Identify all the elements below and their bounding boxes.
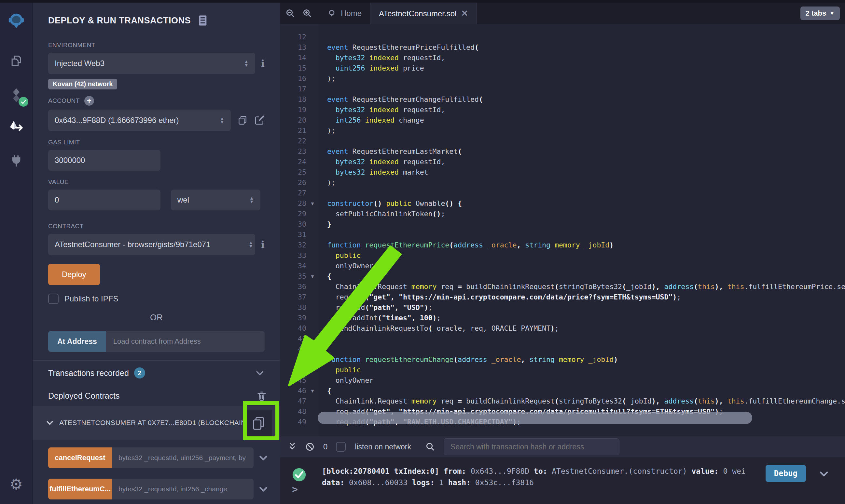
- fold-marker-icon[interactable]: ▼: [306, 198, 319, 209]
- fold-marker-icon[interactable]: [306, 136, 319, 146]
- value-input[interactable]: [48, 190, 160, 210]
- fold-marker-icon[interactable]: [306, 240, 319, 250]
- code-editor[interactable]: 1213 event RequestEthereumPriceFulfilled…: [280, 24, 845, 436]
- fold-marker-icon[interactable]: [306, 302, 319, 313]
- fold-marker-icon[interactable]: [306, 63, 319, 73]
- deployed-contract-row[interactable]: ATESTNETCONSUMER AT 0X7E7...E80D1 (BLOCK…: [33, 406, 280, 439]
- fold-marker-icon[interactable]: [306, 407, 319, 417]
- fold-marker-icon[interactable]: [306, 355, 319, 365]
- environment-info-icon[interactable]: i: [261, 58, 265, 69]
- listen-network-checkbox[interactable]: [336, 442, 346, 452]
- at-address-input[interactable]: [106, 331, 265, 352]
- gas-limit-input[interactable]: [48, 150, 160, 171]
- debug-button[interactable]: Debug: [765, 465, 806, 482]
- fold-marker-icon[interactable]: [306, 167, 319, 178]
- fulfillEthereumChange-expand-icon[interactable]: [258, 484, 269, 494]
- fold-marker-icon[interactable]: ▼: [306, 271, 319, 282]
- fold-marker-icon[interactable]: [306, 94, 319, 105]
- fold-marker-icon[interactable]: [306, 334, 319, 344]
- fold-marker-icon[interactable]: [306, 209, 319, 219]
- code-line: 14 bytes32 indexed requestId,: [280, 53, 845, 63]
- fold-marker-icon[interactable]: [306, 146, 319, 157]
- environment-select[interactable]: Injected Web3 ▲▼: [48, 53, 255, 74]
- fold-marker-icon[interactable]: [306, 115, 319, 126]
- fold-marker-icon[interactable]: [306, 292, 319, 302]
- fulfillEthereumChange-button[interactable]: fulfillEthereumC...: [48, 479, 112, 500]
- copy-account-icon[interactable]: [237, 115, 248, 126]
- contract-select[interactable]: ATestnetConsumer - browser/gists/9b71e07…: [48, 234, 255, 255]
- at-address-button[interactable]: At Address: [48, 331, 106, 352]
- value-unit-select[interactable]: wei ▲▼: [171, 190, 260, 210]
- fold-marker-icon[interactable]: [306, 84, 319, 94]
- solidity-compiler-icon[interactable]: [7, 86, 26, 105]
- fold-marker-icon[interactable]: [306, 157, 319, 167]
- network-badge: Kovan (42) network: [48, 79, 117, 89]
- value-unit: wei: [177, 195, 247, 204]
- fold-marker-icon[interactable]: [306, 219, 319, 230]
- fold-marker-icon[interactable]: [306, 344, 319, 355]
- cancelRequest-expand-icon[interactable]: [258, 453, 269, 463]
- stepper-icon[interactable]: ▲▼: [220, 117, 224, 124]
- terminal-log[interactable]: [block:20780401 txIndex:0] from: 0x643..…: [280, 457, 845, 488]
- close-tab-icon[interactable]: ✕: [461, 8, 468, 19]
- fold-marker-icon[interactable]: [306, 261, 319, 271]
- fold-marker-icon[interactable]: [306, 375, 319, 385]
- deploy-button[interactable]: Deploy: [48, 264, 100, 285]
- fold-marker-icon[interactable]: [306, 178, 319, 188]
- fold-marker-icon[interactable]: [306, 282, 319, 292]
- fold-marker-icon[interactable]: [306, 73, 319, 84]
- fold-marker-icon[interactable]: ▼: [306, 385, 319, 396]
- fold-marker-icon[interactable]: [306, 53, 319, 63]
- settings-gear-icon[interactable]: ⚙: [7, 475, 26, 493]
- transactions-chevron-icon[interactable]: [255, 368, 265, 378]
- terminal-prompt[interactable]: >: [292, 484, 298, 495]
- fold-marker-icon[interactable]: [306, 417, 319, 427]
- fulfillEthereumChange-params-input[interactable]: [112, 479, 254, 500]
- edit-account-icon[interactable]: [254, 115, 265, 126]
- deploy-run-icon[interactable]: [7, 118, 26, 137]
- contract-info-icon[interactable]: i: [261, 239, 265, 250]
- tabs-count-chip[interactable]: 2 tabs ▼: [800, 6, 840, 20]
- contract-value: ATestnetConsumer - browser/gists/9b71e07…: [55, 240, 246, 249]
- zoom-in-icon[interactable]: [303, 8, 312, 18]
- cancelRequest-button[interactable]: cancelRequest: [48, 447, 112, 468]
- account-select[interactable]: 0x643...9F88D (1.666673996 ether) ▲▼: [48, 110, 231, 131]
- editor-area: Home ATestnetConsumer.sol ✕ 2 tabs ▼ 121…: [280, 3, 845, 504]
- zoom-out-icon[interactable]: [286, 8, 295, 18]
- code-line: 30 }: [280, 219, 845, 230]
- trash-icon[interactable]: [256, 390, 267, 401]
- stepper-icon[interactable]: ▲▼: [249, 241, 253, 248]
- fold-marker-icon[interactable]: [306, 105, 319, 115]
- fold-marker-icon[interactable]: [306, 250, 319, 261]
- docs-icon[interactable]: [198, 15, 208, 26]
- file-explorer-icon[interactable]: [7, 52, 26, 71]
- fold-marker-icon[interactable]: [306, 188, 319, 198]
- stepper-icon[interactable]: ▲▼: [244, 60, 249, 67]
- fold-marker-icon[interactable]: [306, 42, 319, 53]
- code-line: 27: [280, 188, 845, 198]
- fold-marker-icon[interactable]: [306, 126, 319, 136]
- terminal-search-input[interactable]: [444, 438, 619, 455]
- stepper-icon[interactable]: ▲▼: [249, 196, 254, 203]
- expand-terminal-icon[interactable]: [288, 442, 296, 452]
- fold-marker-icon[interactable]: [306, 396, 319, 407]
- contract-expand-chevron-icon[interactable]: [46, 418, 54, 427]
- clear-console-icon[interactable]: [305, 442, 315, 452]
- horizontal-scrollbar[interactable]: [318, 412, 752, 424]
- cancelRequest-params-input[interactable]: [112, 447, 254, 468]
- plugin-manager-icon[interactable]: [7, 151, 26, 170]
- code-line: 22: [280, 136, 845, 146]
- fold-marker-icon[interactable]: [306, 32, 319, 42]
- add-account-icon[interactable]: +: [84, 96, 94, 106]
- listen-network-label: listen on network: [355, 443, 411, 451]
- copy-contract-address-icon[interactable]: [245, 410, 272, 436]
- log-expand-chevron-icon[interactable]: [818, 468, 829, 479]
- fold-marker-icon[interactable]: [306, 230, 319, 240]
- fold-marker-icon[interactable]: [306, 313, 319, 323]
- tab-home[interactable]: Home: [319, 3, 370, 24]
- tab-atestnetconsumer[interactable]: ATestnetConsumer.sol ✕: [370, 3, 477, 24]
- publish-ipfs-checkbox[interactable]: [48, 294, 58, 304]
- remix-logo-icon[interactable]: [7, 12, 26, 31]
- fold-marker-icon[interactable]: [306, 323, 319, 334]
- fold-marker-icon[interactable]: [306, 365, 319, 375]
